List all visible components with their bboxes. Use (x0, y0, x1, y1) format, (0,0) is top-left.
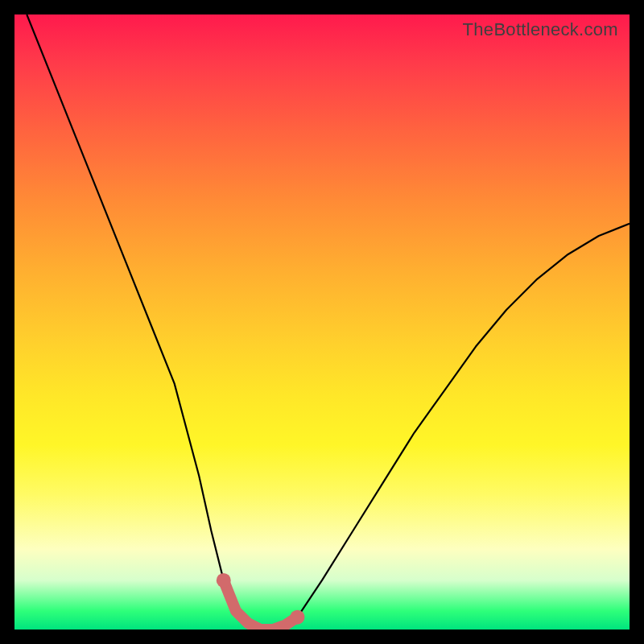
highlight-endpoint (217, 573, 231, 588)
bottleneck-curve (27, 14, 630, 630)
highlight-endpoint (290, 610, 304, 625)
chart-svg (14, 14, 630, 630)
plot-area: TheBottleneck.com (14, 14, 630, 630)
chart-frame: TheBottleneck.com (0, 0, 644, 644)
highlight-segment (224, 580, 298, 630)
